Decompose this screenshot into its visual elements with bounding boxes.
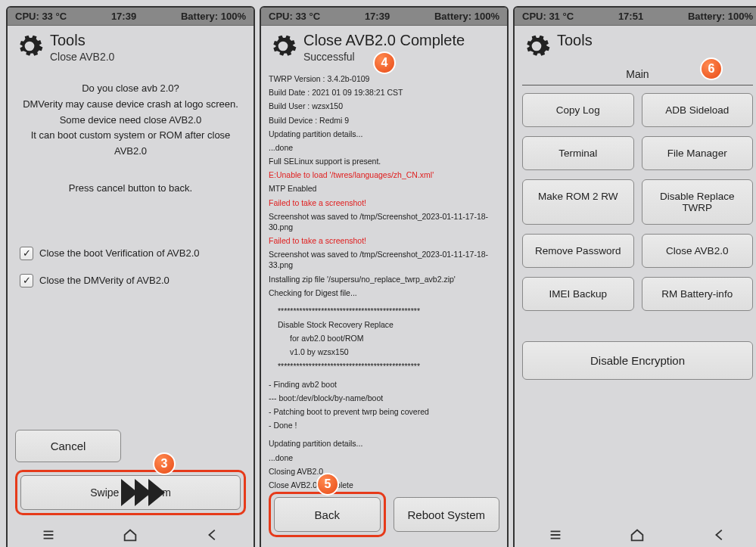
cpu-status: CPU: 31 °C [522, 11, 574, 22]
time-status: 17:39 [365, 11, 390, 22]
log-output: TWRP Version : 3.4.2b-0109 Build Date : … [269, 72, 499, 492]
remove-password-button[interactable]: Remove Password [522, 234, 634, 268]
disable-replace-twrp-button[interactable]: Disable Replace TWRP [642, 179, 754, 225]
step-badge-3: 3 [153, 452, 176, 475]
battery-status: Battery: 100% [688, 11, 753, 22]
screen-tools-main: CPU: 31 °C 17:51 Battery: 100% Tools Mai… [513, 6, 756, 547]
nav-home-icon[interactable] [120, 524, 141, 545]
checkbox-dmverity[interactable]: ✓ Close the DMVerity of AVB2.0 [20, 274, 246, 287]
file-manager-button[interactable]: File Manager [642, 136, 754, 170]
status-bar: CPU: 31 °C 17:51 Battery: 100% [515, 8, 756, 26]
close-avb-button[interactable]: Close AVB2.0 [642, 234, 754, 268]
step-badge-4: 4 [373, 51, 396, 74]
checkbox-boot-verification[interactable]: ✓ Close the boot Verification of AVB2.0 [20, 247, 246, 260]
copy-log-button[interactable]: Copy Log [522, 93, 634, 127]
rm-battery-info-button[interactable]: RM Battery-info [642, 277, 754, 311]
disable-encryption-button[interactable]: Disable Encryption [522, 341, 753, 380]
status-bar: CPU: 33 °C 17:39 Battery: 100% [8, 8, 254, 26]
header: Close AVB2.0 Complete Successful 4 [261, 26, 507, 67]
cancel-button[interactable]: Cancel [15, 430, 121, 462]
swipe-arrows-icon [121, 479, 162, 506]
reboot-system-button[interactable]: Reboot System [394, 497, 500, 532]
adb-sideload-button[interactable]: ADB Sideload [642, 93, 754, 127]
step-badge-5: 5 [316, 473, 339, 496]
gear-icon [15, 32, 44, 61]
header: Tools Close AVB2.0 [8, 26, 254, 67]
nav-menu-icon[interactable] [545, 524, 566, 545]
battery-status: Battery: 100% [181, 11, 246, 22]
step-badge-6: 6 [700, 57, 723, 80]
screen-tools-close-avb: CPU: 33 °C 17:39 Battery: 100% Tools Clo… [6, 6, 255, 547]
back-button-highlight: 5 Back [269, 492, 386, 537]
battery-status: Battery: 100% [434, 11, 499, 22]
header: Tools [515, 26, 756, 65]
nav-home-icon[interactable] [627, 524, 648, 545]
page-subtitle: Close AVB2.0 [50, 51, 114, 63]
press-cancel-text: Press cancel button to back. [15, 182, 246, 194]
gear-icon [522, 32, 551, 61]
info-paragraph: Do you close avb 2.0? DMVerity may cause… [15, 81, 246, 160]
page-title: Close AVB2.0 Complete [303, 32, 465, 49]
nav-back-icon[interactable] [709, 524, 730, 545]
nav-back-icon[interactable] [202, 524, 223, 545]
back-button[interactable]: Back [274, 497, 381, 532]
page-title: Tools [557, 32, 593, 49]
make-rom-rw-button[interactable]: Make ROM 2 RW [522, 179, 634, 225]
status-bar: CPU: 33 °C 17:39 Battery: 100% [261, 8, 507, 26]
gear-icon [269, 32, 297, 61]
time-status: 17:39 [111, 11, 136, 22]
tab-main[interactable]: Main 6 [522, 65, 753, 85]
nav-menu-icon[interactable] [38, 524, 59, 545]
page-title: Tools [50, 32, 114, 49]
check-icon: ✓ [20, 247, 33, 260]
cpu-status: CPU: 33 °C [269, 11, 320, 22]
terminal-button[interactable]: Terminal [522, 136, 634, 170]
imei-backup-button[interactable]: IMEI Backup [522, 277, 634, 311]
nav-bar [8, 520, 254, 547]
swipe-to-confirm[interactable]: Swipe to Confirm [20, 475, 241, 510]
nav-bar [515, 520, 756, 547]
time-status: 17:51 [618, 11, 643, 22]
swipe-confirm-highlight: 3 Swipe to Confirm [15, 470, 246, 515]
cpu-status: CPU: 33 °C [15, 11, 67, 22]
screen-close-avb-complete: CPU: 33 °C 17:39 Battery: 100% Close AVB… [260, 6, 509, 547]
check-icon: ✓ [20, 274, 33, 287]
